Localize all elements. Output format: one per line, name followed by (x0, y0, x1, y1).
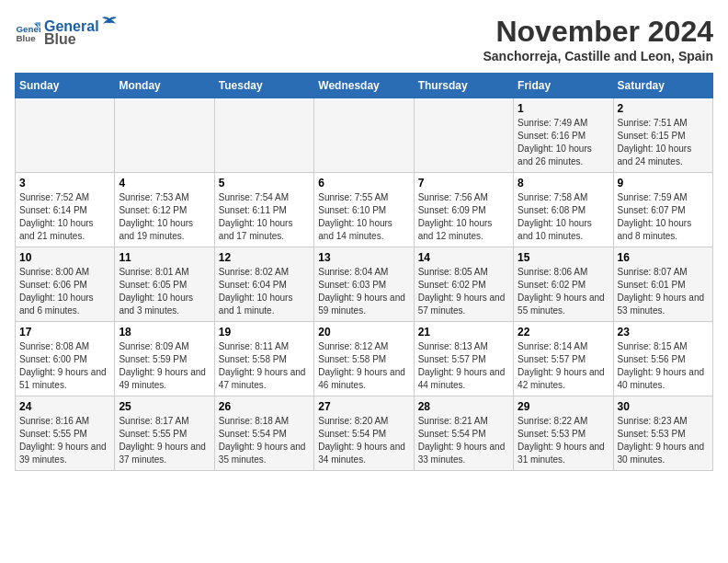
day-info: Sunrise: 7:52 AM Sunset: 6:14 PM Dayligh… (19, 191, 110, 243)
header-cell-thursday: Thursday (414, 74, 513, 98)
day-number: 23 (618, 326, 709, 339)
day-cell: 28Sunrise: 8:21 AM Sunset: 5:54 PM Dayli… (414, 396, 513, 471)
day-info: Sunrise: 8:12 AM Sunset: 5:58 PM Dayligh… (318, 340, 409, 392)
header-cell-sunday: Sunday (16, 74, 115, 98)
day-number: 16 (618, 251, 709, 264)
day-number: 18 (119, 326, 210, 339)
day-info: Sunrise: 8:01 AM Sunset: 6:05 PM Dayligh… (119, 266, 210, 317)
calendar-header: SundayMondayTuesdayWednesdayThursdayFrid… (16, 74, 713, 98)
day-cell: 8Sunrise: 7:58 AM Sunset: 6:08 PM Daylig… (514, 173, 613, 247)
day-cell: 27Sunrise: 8:20 AM Sunset: 5:54 PM Dayli… (314, 396, 414, 471)
day-cell: 6Sunrise: 7:55 AM Sunset: 6:10 PM Daylig… (314, 173, 414, 247)
calendar-table: SundayMondayTuesdayWednesdayThursdayFrid… (15, 73, 713, 471)
day-number: 13 (318, 251, 409, 264)
day-info: Sunrise: 8:07 AM Sunset: 6:01 PM Dayligh… (618, 266, 709, 317)
day-number: 24 (19, 400, 110, 413)
day-info: Sunrise: 7:53 AM Sunset: 6:12 PM Dayligh… (119, 191, 210, 243)
day-cell: 19Sunrise: 8:11 AM Sunset: 5:58 PM Dayli… (214, 322, 313, 396)
day-number: 1 (518, 102, 609, 115)
day-cell: 14Sunrise: 8:05 AM Sunset: 6:02 PM Dayli… (414, 247, 513, 322)
day-info: Sunrise: 7:55 AM Sunset: 6:10 PM Dayligh… (318, 191, 409, 243)
day-info: Sunrise: 8:08 AM Sunset: 6:00 PM Dayligh… (19, 340, 110, 392)
day-cell: 2Sunrise: 7:51 AM Sunset: 6:15 PM Daylig… (613, 98, 712, 173)
day-info: Sunrise: 8:02 AM Sunset: 6:04 PM Dayligh… (219, 266, 310, 317)
day-number: 2 (618, 102, 709, 115)
day-info: Sunrise: 8:00 AM Sunset: 6:06 PM Dayligh… (19, 266, 110, 317)
day-cell: 20Sunrise: 8:12 AM Sunset: 5:58 PM Dayli… (314, 322, 414, 396)
day-info: Sunrise: 8:13 AM Sunset: 5:57 PM Dayligh… (418, 340, 509, 392)
day-cell: 26Sunrise: 8:18 AM Sunset: 5:54 PM Dayli… (214, 396, 313, 471)
day-info: Sunrise: 7:49 AM Sunset: 6:16 PM Dayligh… (518, 117, 609, 168)
day-info: Sunrise: 8:21 AM Sunset: 5:54 PM Dayligh… (418, 415, 509, 466)
day-cell: 30Sunrise: 8:23 AM Sunset: 5:53 PM Dayli… (613, 396, 712, 471)
day-info: Sunrise: 8:04 AM Sunset: 6:03 PM Dayligh… (318, 266, 409, 317)
day-info: Sunrise: 7:51 AM Sunset: 6:15 PM Dayligh… (618, 117, 709, 168)
day-cell: 11Sunrise: 8:01 AM Sunset: 6:05 PM Dayli… (115, 247, 214, 322)
day-number: 4 (119, 177, 210, 190)
day-info: Sunrise: 8:23 AM Sunset: 5:53 PM Dayligh… (618, 415, 709, 466)
day-cell: 10Sunrise: 8:00 AM Sunset: 6:06 PM Dayli… (16, 247, 115, 322)
day-number: 20 (318, 326, 409, 339)
day-cell: 12Sunrise: 8:02 AM Sunset: 6:04 PM Dayli… (214, 247, 313, 322)
top-bar: General Blue General Blue November 2024 … (15, 15, 713, 65)
day-number: 3 (19, 177, 110, 190)
header-cell-friday: Friday (514, 74, 613, 98)
day-number: 27 (318, 400, 409, 413)
day-cell: 5Sunrise: 7:54 AM Sunset: 6:11 PM Daylig… (214, 173, 313, 247)
day-number: 26 (219, 400, 310, 413)
day-number: 19 (219, 326, 310, 339)
day-number: 8 (518, 177, 609, 190)
week-row-3: 10Sunrise: 8:00 AM Sunset: 6:06 PM Dayli… (16, 247, 713, 322)
day-info: Sunrise: 8:16 AM Sunset: 5:55 PM Dayligh… (19, 415, 110, 466)
day-cell: 22Sunrise: 8:14 AM Sunset: 5:57 PM Dayli… (514, 322, 613, 396)
day-number: 6 (318, 177, 409, 190)
day-cell (115, 98, 214, 173)
day-number: 5 (219, 177, 310, 190)
calendar-title: November 2024 (483, 15, 713, 49)
day-cell: 23Sunrise: 8:15 AM Sunset: 5:56 PM Dayli… (613, 322, 712, 396)
day-number: 22 (518, 326, 609, 339)
day-info: Sunrise: 8:15 AM Sunset: 5:56 PM Dayligh… (618, 340, 709, 392)
day-cell (16, 98, 115, 173)
day-info: Sunrise: 8:20 AM Sunset: 5:54 PM Dayligh… (318, 415, 409, 466)
day-cell: 7Sunrise: 7:56 AM Sunset: 6:09 PM Daylig… (414, 173, 513, 247)
day-number: 10 (19, 251, 110, 264)
day-cell: 13Sunrise: 8:04 AM Sunset: 6:03 PM Dayli… (314, 247, 414, 322)
day-info: Sunrise: 8:14 AM Sunset: 5:57 PM Dayligh… (518, 340, 609, 392)
day-number: 17 (19, 326, 110, 339)
calendar-body: 1Sunrise: 7:49 AM Sunset: 6:16 PM Daylig… (16, 98, 713, 471)
day-info: Sunrise: 8:17 AM Sunset: 5:55 PM Dayligh… (119, 415, 210, 466)
logo: General Blue General Blue (15, 15, 118, 48)
day-cell: 15Sunrise: 8:06 AM Sunset: 6:02 PM Dayli… (514, 247, 613, 322)
day-cell (314, 98, 414, 173)
day-cell: 25Sunrise: 8:17 AM Sunset: 5:55 PM Dayli… (115, 396, 214, 471)
day-number: 30 (618, 400, 709, 413)
day-number: 29 (518, 400, 609, 413)
calendar-subtitle: Sanchorreja, Castille and Leon, Spain (483, 49, 713, 63)
header-cell-wednesday: Wednesday (314, 74, 414, 98)
day-info: Sunrise: 8:22 AM Sunset: 5:53 PM Dayligh… (518, 415, 609, 466)
day-number: 12 (219, 251, 310, 264)
day-cell: 4Sunrise: 7:53 AM Sunset: 6:12 PM Daylig… (115, 173, 214, 247)
day-number: 14 (418, 251, 509, 264)
day-number: 28 (418, 400, 509, 413)
day-number: 7 (418, 177, 509, 190)
day-cell: 3Sunrise: 7:52 AM Sunset: 6:14 PM Daylig… (16, 173, 115, 247)
day-number: 9 (618, 177, 709, 190)
header-row: SundayMondayTuesdayWednesdayThursdayFrid… (16, 74, 713, 98)
day-cell (214, 98, 313, 173)
header-cell-monday: Monday (115, 74, 214, 98)
day-info: Sunrise: 7:56 AM Sunset: 6:09 PM Dayligh… (418, 191, 509, 243)
week-row-1: 1Sunrise: 7:49 AM Sunset: 6:16 PM Daylig… (16, 98, 713, 173)
day-cell: 21Sunrise: 8:13 AM Sunset: 5:57 PM Dayli… (414, 322, 513, 396)
day-info: Sunrise: 7:59 AM Sunset: 6:07 PM Dayligh… (618, 191, 709, 243)
logo-bird-icon (101, 15, 118, 31)
week-row-5: 24Sunrise: 8:16 AM Sunset: 5:55 PM Dayli… (16, 396, 713, 471)
day-info: Sunrise: 7:54 AM Sunset: 6:11 PM Dayligh… (219, 191, 310, 243)
day-cell (414, 98, 513, 173)
week-row-2: 3Sunrise: 7:52 AM Sunset: 6:14 PM Daylig… (16, 173, 713, 247)
logo-icon: General Blue (15, 18, 40, 44)
day-cell: 18Sunrise: 8:09 AM Sunset: 5:59 PM Dayli… (115, 322, 214, 396)
day-cell: 29Sunrise: 8:22 AM Sunset: 5:53 PM Dayli… (514, 396, 613, 471)
day-number: 25 (119, 400, 210, 413)
